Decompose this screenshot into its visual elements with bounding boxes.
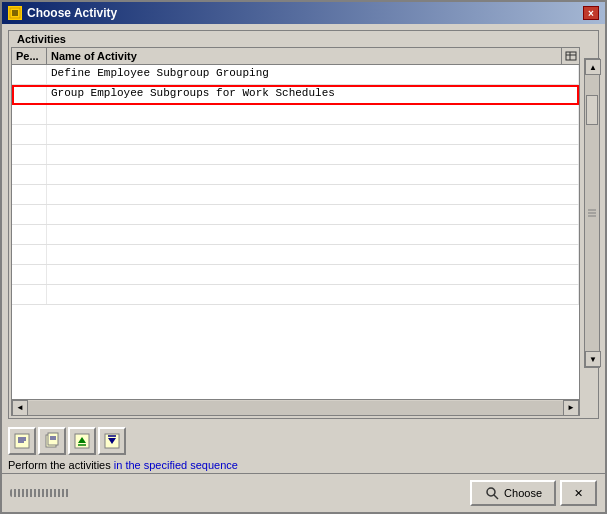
cell-pe-4 — [12, 145, 47, 164]
table-row[interactable] — [12, 185, 579, 205]
cell-name-2 — [47, 105, 579, 124]
cell-name-11 — [47, 285, 579, 304]
window-title: Choose Activity — [27, 6, 117, 20]
choose-label: Choose — [504, 487, 542, 499]
close-button[interactable]: × — [583, 6, 599, 20]
table-row[interactable]: Define Employee Subgroup Grouping — [12, 65, 579, 85]
cancel-button[interactable]: ✕ — [560, 480, 597, 506]
cell-name-8 — [47, 225, 579, 244]
choose-icon — [484, 485, 500, 501]
status-highlight: in the specified sequence — [114, 459, 238, 471]
column-pe: Pe... — [12, 48, 47, 64]
toolbar-button-2[interactable] — [38, 427, 66, 455]
cell-pe-8 — [12, 225, 47, 244]
horizontal-scrollbar[interactable]: ◄ ► — [12, 399, 579, 415]
status-text: Perform the activities in the specified … — [8, 457, 599, 473]
cell-name-10 — [47, 265, 579, 284]
table-row[interactable] — [12, 125, 579, 145]
choose-button[interactable]: Choose — [470, 480, 556, 506]
title-bar: Choose Activity × — [2, 2, 605, 24]
window-icon — [8, 6, 22, 20]
choose-activity-dialog: Choose Activity × Activities Pe... Name … — [0, 0, 607, 514]
svg-point-21 — [487, 488, 495, 496]
cell-pe-9 — [12, 245, 47, 264]
cell-pe-3 — [12, 125, 47, 144]
group-label: Activities — [9, 31, 598, 47]
cell-name-3 — [47, 125, 579, 144]
activities-group: Activities Pe... Name of Activity — [8, 30, 599, 419]
toolbar — [8, 425, 599, 457]
scroll-track-h[interactable] — [28, 401, 563, 415]
cell-pe-0 — [12, 65, 47, 84]
table-row[interactable] — [12, 245, 579, 265]
table-row[interactable] — [12, 265, 579, 285]
cell-pe-5 — [12, 165, 47, 184]
toolbar-button-4[interactable] — [98, 427, 126, 455]
cell-pe-10 — [12, 265, 47, 284]
table-row[interactable] — [12, 145, 579, 165]
table-settings-icon[interactable] — [561, 48, 579, 64]
toolbar-button-3[interactable] — [68, 427, 96, 455]
dialog-content: Activities Pe... Name of Activity — [2, 24, 605, 425]
cell-pe-7 — [12, 205, 47, 224]
activities-table[interactable]: Pe... Name of Activity — [11, 47, 580, 416]
scroll-track-v[interactable] — [585, 75, 599, 351]
table-row[interactable] — [12, 225, 579, 245]
cell-name-9 — [47, 245, 579, 264]
table-body: Define Employee Subgroup Grouping Group … — [12, 65, 579, 399]
scroll-up-button[interactable]: ▲ — [585, 59, 601, 75]
cell-name-7 — [47, 205, 579, 224]
toolbar-button-1[interactable] — [8, 427, 36, 455]
scroll-thumb[interactable] — [586, 95, 598, 125]
cell-name-6 — [47, 185, 579, 204]
table-header: Pe... Name of Activity — [12, 48, 579, 65]
cell-name-5 — [47, 165, 579, 184]
cell-name-1: Group Employee Subgroups for Work Schedu… — [47, 85, 579, 104]
table-row[interactable]: Group Employee Subgroups for Work Schedu… — [12, 85, 579, 105]
cell-pe-2 — [12, 105, 47, 124]
cell-pe-1 — [12, 85, 47, 104]
svg-rect-7 — [15, 434, 29, 448]
table-row[interactable] — [12, 285, 579, 305]
scroll-left-button[interactable]: ◄ — [12, 400, 28, 416]
svg-rect-4 — [566, 52, 576, 60]
cell-pe-11 — [12, 285, 47, 304]
title-bar-left: Choose Activity — [8, 6, 117, 20]
svg-line-22 — [494, 495, 498, 499]
cell-pe-6 — [12, 185, 47, 204]
resize-grip — [10, 489, 70, 497]
scroll-right-button[interactable]: ► — [563, 400, 579, 416]
vertical-scrollbar[interactable]: ▲ ▼ — [584, 58, 600, 368]
table-row[interactable] — [12, 165, 579, 185]
table-row[interactable] — [12, 205, 579, 225]
scroll-down-button[interactable]: ▼ — [585, 351, 601, 367]
bottom-action-bar: Choose ✕ — [2, 473, 605, 512]
cancel-label: ✕ — [574, 487, 583, 500]
cell-name-0: Define Employee Subgroup Grouping — [47, 65, 579, 84]
cell-name-4 — [47, 145, 579, 164]
column-name: Name of Activity — [47, 48, 579, 64]
table-row[interactable] — [12, 105, 579, 125]
